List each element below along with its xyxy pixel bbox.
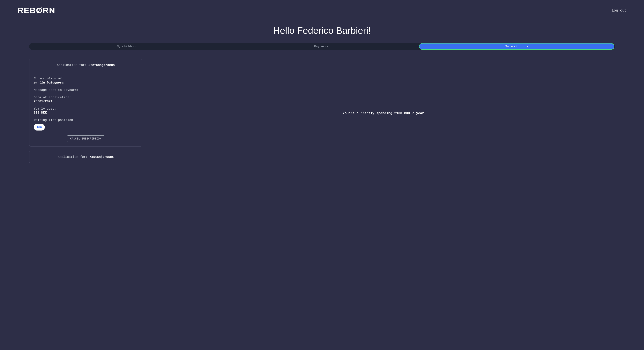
card-header: Application for: Kastanjehuset <box>30 151 142 163</box>
tab-subscriptions[interactable]: Subscriptions <box>419 43 614 50</box>
subscription-child-name: martin bolognesa <box>34 81 138 84</box>
card-body: Subscription of: martin bolognesa Messag… <box>30 71 142 146</box>
cancel-subscription-button[interactable]: CANCEL SUBSCRIPTION <box>67 135 104 142</box>
subscription-card: Application for: Stefansgårdens Subscrip… <box>29 59 142 146</box>
tabs-container: My children Daycares Subscriptions <box>29 43 615 50</box>
cost-value: 300 DKK <box>34 111 138 114</box>
date-label: Date of application: <box>34 96 138 99</box>
subscriptions-column: Application for: Stefansgårdens Subscrip… <box>29 59 142 167</box>
card-header-daycare-name: Stefansgårdens <box>88 63 114 67</box>
card-header-prefix: Application for: <box>57 63 88 67</box>
subscription-of-label: Subscription of: <box>34 76 138 81</box>
date-value: 26/01/2024 <box>34 100 138 103</box>
spending-summary: You're currently spending 2100 DKK / yea… <box>343 111 426 115</box>
tab-daycares[interactable]: Daycares <box>224 43 418 50</box>
header: REBØRN Log out <box>0 0 644 19</box>
logo[interactable]: REBØRN <box>18 6 55 15</box>
position-label: Waiting list position: <box>34 118 138 122</box>
card-header-daycare-name: Kastanjehuset <box>90 155 114 159</box>
tab-my-children[interactable]: My children <box>29 43 224 50</box>
message-label: Message sent to daycare: <box>34 88 138 92</box>
subscription-card: Application for: Kastanjehuset <box>29 151 142 163</box>
content-area: Application for: Stefansgårdens Subscrip… <box>29 59 615 167</box>
card-header: Application for: Stefansgårdens <box>30 59 142 71</box>
page-title: Hello Federico Barbieri! <box>0 25 644 36</box>
logout-link[interactable]: Log out <box>612 9 626 13</box>
card-header-prefix: Application for: <box>58 155 90 159</box>
spending-summary-column: You're currently spending 2100 DKK / yea… <box>154 59 615 167</box>
cost-label: Yearly cost: <box>34 107 138 111</box>
position-badge: 155 <box>34 124 45 130</box>
